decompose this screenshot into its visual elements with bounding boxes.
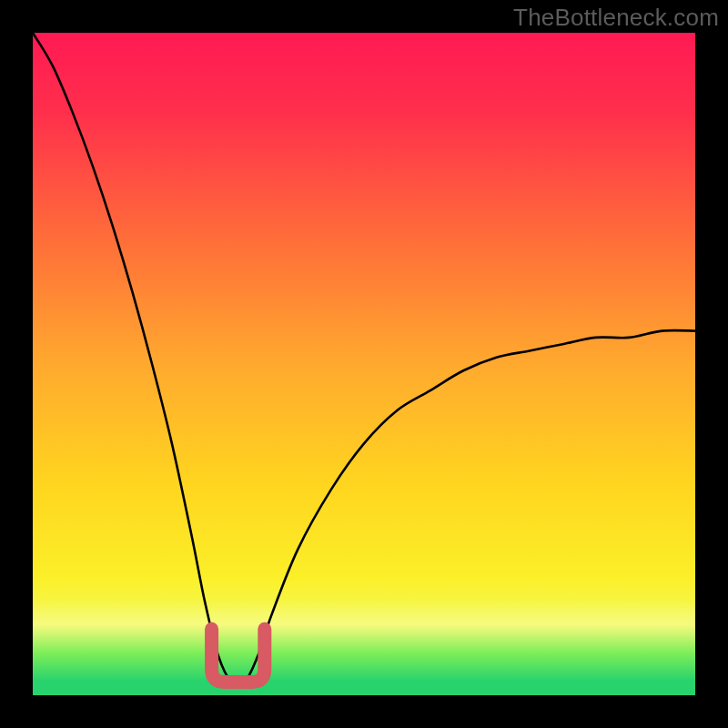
watermark-text: TheBottleneck.com: [513, 4, 719, 32]
optimal-band-glow: [33, 601, 695, 695]
plot-area: [33, 33, 695, 695]
gradient-background: [33, 33, 695, 695]
plot-svg: [33, 33, 695, 695]
chart-frame: TheBottleneck.com: [0, 0, 728, 728]
